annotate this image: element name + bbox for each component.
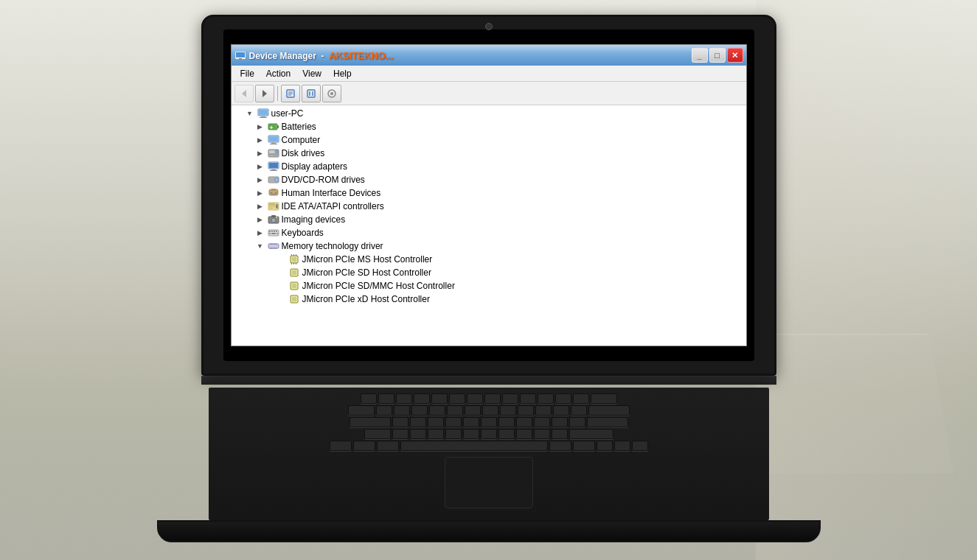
- root-label: user-PC: [271, 108, 304, 119]
- svg-point-55: [276, 217, 277, 218]
- tree-node-imaging[interactable]: ▶ Imaging devices: [232, 213, 746, 226]
- svg-rect-31: [269, 154, 278, 155]
- chip-ms-icon: [288, 253, 300, 265]
- close-button[interactable]: ✕: [727, 48, 743, 63]
- tree-node-jmicron-sdmmc[interactable]: JMicron PCIe SD/MMC Host Controller: [232, 279, 746, 293]
- ide-label: IDE ATA/ATAPI controllers: [282, 201, 384, 211]
- svg-rect-52: [271, 215, 276, 217]
- expand-root[interactable]: ▼: [245, 108, 255, 119]
- expand-batteries[interactable]: ▶: [255, 122, 265, 132]
- svg-rect-82: [296, 262, 296, 265]
- key-row-1: [231, 393, 747, 404]
- minimize-button[interactable]: _: [692, 48, 708, 63]
- svg-rect-42: [271, 189, 276, 191]
- expand-hid[interactable]: ▶: [255, 188, 265, 198]
- tree-node-memory[interactable]: ▼: [232, 239, 746, 253]
- back-button[interactable]: [234, 85, 254, 102]
- maximize-button[interactable]: □: [709, 48, 726, 63]
- memory-icon: [268, 240, 279, 252]
- key-row-4: [231, 429, 747, 439]
- dvd-icon: [268, 174, 279, 186]
- title-bar: Device Manager - AKSITEKNO... _ □ ✕: [232, 45, 746, 66]
- svg-rect-35: [271, 169, 276, 170]
- device-manager-window: Device Manager - AKSITEKNO... _ □ ✕ File…: [231, 44, 747, 346]
- menu-bar: File Action View Help: [232, 66, 746, 82]
- tree-node-disk[interactable]: ▶ Disk drives: [232, 147, 746, 160]
- jmicron-xd-label: JMicron PCIe xD Host Controller: [302, 294, 430, 304]
- laptop-bottom-base: [157, 520, 821, 542]
- svg-rect-67: [273, 243, 274, 245]
- expand-disk[interactable]: ▶: [255, 148, 265, 158]
- svg-rect-79: [296, 254, 296, 256]
- tree-node-keyboard[interactable]: ▶: [232, 226, 746, 239]
- laptop-hinge: [201, 376, 776, 385]
- tree-node-jmicron-xd[interactable]: JMicron PCIe xD Host Controller: [232, 293, 746, 306]
- menu-view[interactable]: View: [296, 67, 327, 80]
- properties-button[interactable]: [281, 85, 300, 102]
- computer-icon: [268, 134, 279, 146]
- uninstall-button[interactable]: [322, 85, 341, 102]
- tree-node-computer[interactable]: ▶ Computer: [232, 133, 746, 147]
- tree-node-dvd[interactable]: ▶ DVD/CD-ROM drives: [232, 173, 746, 186]
- tree-node-hid[interactable]: ▶ Human Interface Devices: [232, 186, 746, 200]
- touchpad[interactable]: [445, 457, 533, 508]
- tree-node-batteries[interactable]: ▶ Batteries: [232, 120, 746, 133]
- svg-marker-5: [262, 90, 267, 97]
- svg-point-54: [272, 220, 274, 222]
- menu-file[interactable]: File: [234, 67, 260, 80]
- expand-keyboard[interactable]: ▶: [255, 228, 265, 238]
- laptop-lid: Device Manager - AKSITEKNO... _ □ ✕ File…: [201, 15, 776, 376]
- svg-rect-1: [236, 52, 245, 57]
- jmicron-sdmmc-label: JMicron PCIe SD/MMC Host Controller: [302, 281, 455, 291]
- forward-button[interactable]: [255, 85, 274, 102]
- keyboard-label: Keyboards: [282, 228, 324, 238]
- jmicron-sd-label: JMicron PCIe SD Host Controller: [302, 267, 431, 278]
- tree-node-jmicron-sd[interactable]: JMicron PCIe SD Host Controller: [232, 266, 746, 279]
- expand-computer[interactable]: ▶: [255, 135, 265, 145]
- svg-rect-86: [292, 284, 296, 288]
- svg-rect-32: [269, 155, 274, 156]
- menu-action[interactable]: Action: [260, 67, 296, 80]
- key-row-2: [231, 405, 747, 416]
- title-bar-text: Device Manager - AKSITEKNO...: [249, 50, 692, 61]
- expand-imaging[interactable]: ▶: [255, 214, 265, 225]
- laptop-camera: [485, 23, 493, 30]
- svg-marker-4: [242, 90, 246, 97]
- tree-node-root[interactable]: ▼ user-PC: [232, 107, 746, 120]
- ide-icon: [268, 200, 279, 212]
- svg-rect-80: [291, 262, 292, 265]
- svg-rect-57: [269, 231, 271, 232]
- tree-node-jmicron-ms[interactable]: JMicron PCIe MS Host Controller: [232, 253, 746, 266]
- disk-icon: [268, 147, 279, 159]
- chip-sd-icon: [288, 267, 300, 279]
- update-button[interactable]: [302, 85, 321, 102]
- svg-rect-84: [292, 270, 296, 275]
- expand-dvd[interactable]: ▶: [255, 175, 265, 185]
- keyboard: [231, 393, 747, 452]
- batteries-label: Batteries: [282, 122, 316, 132]
- tree-node-ide[interactable]: ▶ IDE ATA/ATAPI controllers: [232, 200, 746, 213]
- svg-rect-20: [277, 125, 279, 128]
- svg-rect-77: [291, 254, 292, 256]
- battery-icon: [268, 121, 279, 133]
- svg-rect-74: [276, 248, 277, 249]
- key-row-5: [231, 441, 747, 451]
- svg-rect-3: [239, 58, 242, 60]
- hid-icon: [268, 187, 279, 199]
- expand-ide[interactable]: ▶: [255, 201, 265, 211]
- device-tree: ▼ user-PC: [232, 105, 746, 346]
- laptop: Device Manager - AKSITEKNO... _ □ ✕ File…: [135, 15, 843, 545]
- expand-jmicron-sdmmc: [276, 281, 286, 291]
- computer-label: Computer: [282, 135, 321, 145]
- tree-node-display[interactable]: ▶ Display adapters: [232, 160, 746, 173]
- window-controls: _ □ ✕: [692, 48, 743, 63]
- svg-rect-25: [269, 136, 278, 141]
- imaging-label: Imaging devices: [282, 214, 346, 225]
- menu-help[interactable]: Help: [327, 67, 358, 80]
- svg-rect-73: [274, 248, 275, 249]
- svg-rect-59: [274, 231, 275, 232]
- svg-rect-17: [261, 116, 265, 117]
- expand-display[interactable]: ▶: [255, 161, 265, 172]
- disk-label: Disk drives: [282, 148, 325, 158]
- expand-memory[interactable]: ▼: [255, 241, 265, 251]
